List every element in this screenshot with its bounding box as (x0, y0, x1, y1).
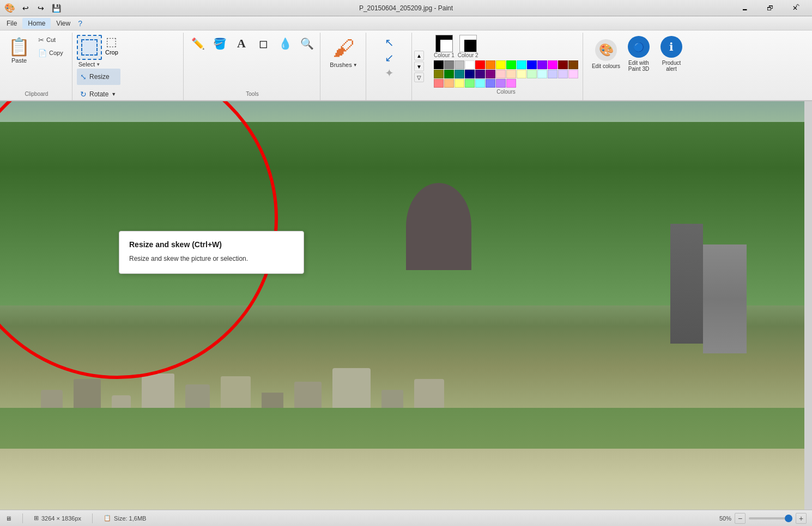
fill-button[interactable]: 🪣 (210, 34, 229, 53)
dimensions-icon: ⊞ (34, 515, 39, 522)
colour-boxes: Colour 1 Colour 2 (434, 35, 578, 58)
collapse-ribbon-button[interactable]: ⌃ (794, 2, 801, 13)
canvas-area[interactable]: Resize and skew (Ctrl+W) Resize and skew… (0, 101, 812, 510)
menu-view[interactable]: View (51, 18, 76, 29)
palette-swatch[interactable] (558, 60, 568, 69)
ribbon-scroll-up[interactable]: ▲ (414, 51, 424, 60)
palette-swatch[interactable] (486, 70, 495, 78)
vertical-scrollbar[interactable] (804, 101, 812, 510)
magnifier-button[interactable]: 🔍 (297, 34, 317, 53)
menu-file[interactable]: File (1, 18, 22, 29)
palette-swatch[interactable] (568, 60, 578, 69)
product-alert-button[interactable]: ℹ Product alert (656, 35, 687, 73)
colours-section: Colour 1 Colour 2 Colours (429, 33, 583, 100)
palette-swatch[interactable] (527, 60, 537, 69)
palette-swatch[interactable] (486, 79, 495, 88)
palette-swatch[interactable] (434, 79, 444, 88)
palette-swatch[interactable] (548, 60, 558, 69)
colour2-swatch[interactable] (459, 35, 477, 52)
palette-swatch[interactable] (568, 70, 578, 78)
palette-swatch[interactable] (465, 79, 475, 88)
clipboard-label: Clipboard (4, 91, 69, 98)
colour1-swatch[interactable] (435, 35, 453, 52)
maximize-button[interactable]: 🗗 (758, 0, 783, 16)
edit-paint3d-button[interactable]: 🔵 Edit with Paint 3D (623, 35, 654, 73)
paste-button[interactable]: 📋 Paste (4, 34, 34, 66)
palette-swatch[interactable] (455, 79, 464, 88)
palette-swatch[interactable] (475, 70, 485, 78)
cut-button[interactable]: ✂ Cut (36, 34, 69, 46)
select-btn-container: Select ▼ (77, 35, 102, 68)
palette-swatch[interactable] (475, 60, 485, 69)
zoom-out-button[interactable]: − (735, 513, 746, 524)
palette-swatch[interactable] (465, 60, 475, 69)
arrow-shape-2[interactable]: ↙ (385, 51, 394, 64)
palette-swatch[interactable] (558, 70, 568, 78)
palette-swatch[interactable] (444, 79, 454, 88)
palette-swatch[interactable] (434, 60, 444, 69)
star-shape[interactable]: ✦ (385, 66, 394, 79)
palette-swatch[interactable] (506, 60, 516, 69)
tools-content: ✏️ 🪣 A ◻ 💧 🔍 (188, 34, 317, 91)
palette-swatch[interactable] (506, 79, 516, 88)
palette-swatch[interactable] (455, 60, 464, 69)
zoom-slider[interactable] (749, 517, 792, 519)
palette-swatch[interactable] (496, 60, 506, 69)
palette-swatch[interactable] (465, 70, 475, 78)
text-button[interactable]: A (232, 34, 251, 53)
eraser-button[interactable]: ◻ (253, 34, 273, 53)
ribbon-scroll-buttons: ▲ ▼ ▽ (414, 33, 424, 100)
crop-button[interactable]: ⬚ (106, 35, 117, 49)
shapes-content: ↖ ↙ ✦ (371, 34, 408, 97)
help-button[interactable]: ? (78, 19, 82, 28)
tooltip-title: Resize and skew (Ctrl+W) (129, 240, 294, 249)
palette-swatch[interactable] (506, 70, 516, 78)
palette-swatch[interactable] (548, 70, 558, 78)
cut-label: Cut (46, 36, 56, 43)
palette-swatch[interactable] (517, 60, 526, 69)
palette-swatch[interactable] (517, 70, 526, 78)
edit-paint3d-icon: 🔵 (628, 36, 650, 58)
palette-swatch[interactable] (475, 79, 485, 88)
palette-swatch[interactable] (434, 70, 444, 78)
menu-bar: File Home View ⌃ ? (0, 16, 812, 30)
redo-button[interactable]: ↪ (34, 1, 48, 15)
brushes-group-label (325, 97, 362, 98)
zoom-thumb[interactable] (785, 515, 792, 522)
paste-label: Paste (11, 57, 27, 64)
crop-label: Crop (105, 49, 118, 56)
resize-button[interactable]: ⤡ Resize (77, 69, 120, 85)
ribbon-scroll-down[interactable]: ▼ (414, 62, 424, 71)
minimize-button[interactable]: 🗕 (732, 0, 758, 16)
arrow-shape-1[interactable]: ↖ (385, 36, 394, 49)
copy-button[interactable]: 📄 Copy (36, 47, 69, 59)
save-button[interactable]: 💾 (49, 1, 63, 15)
status-size: 📋 Size: 1,6MB (104, 515, 146, 522)
zoom-section: 50% − + (719, 513, 807, 524)
rotate-button[interactable]: ↻ Rotate ▼ (77, 86, 120, 102)
size-icon: 📋 (104, 515, 111, 522)
palette-swatch[interactable] (455, 70, 464, 78)
palette-swatch[interactable] (537, 70, 547, 78)
zoom-level: 50% (719, 515, 731, 522)
pencil-button[interactable]: ✏️ (188, 34, 208, 53)
palette-swatch[interactable] (444, 70, 454, 78)
undo-button[interactable]: ↩ (19, 1, 33, 15)
color-picker-button[interactable]: 💧 (275, 34, 295, 53)
zoom-in-button[interactable]: + (796, 513, 807, 524)
edit-colours-icon: 🎨 (595, 39, 617, 61)
image-group: Select ▼ ⬚ Crop ⤡ Resize ↻ Rotate (75, 33, 184, 100)
paste-icon: 📋 (8, 36, 30, 57)
menu-home[interactable]: Home (22, 18, 51, 29)
brushes-icon[interactable]: 🖌 (333, 36, 355, 60)
select-button[interactable] (77, 35, 102, 60)
palette-swatch[interactable] (537, 60, 547, 69)
undo-redo-save[interactable]: ↩ ↪ 💾 (19, 1, 63, 15)
palette-swatch[interactable] (496, 70, 506, 78)
palette-swatch[interactable] (496, 79, 506, 88)
palette-swatch[interactable] (486, 60, 495, 69)
edit-colours-button[interactable]: 🎨 Edit colours (591, 35, 621, 73)
palette-swatch[interactable] (527, 70, 537, 78)
palette-swatch[interactable] (444, 60, 454, 69)
ribbon-expand[interactable]: ▽ (414, 72, 424, 82)
